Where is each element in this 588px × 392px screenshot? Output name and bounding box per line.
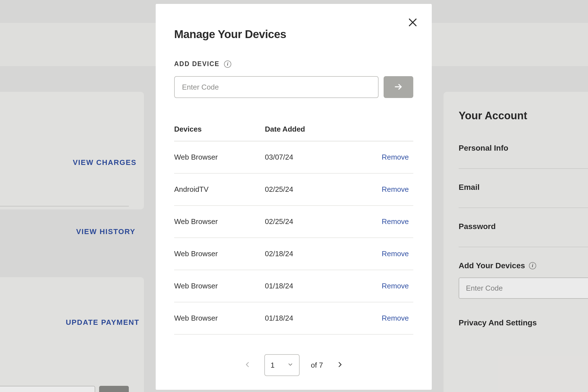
table-row: Web Browser02/25/24Remove	[174, 206, 413, 238]
remove-device-link[interactable]: Remove	[382, 153, 413, 162]
remove-device-link[interactable]: Remove	[382, 185, 413, 194]
device-name: Web Browser	[174, 314, 265, 323]
manage-devices-modal: Manage Your Devices ADD DEVICE i Devices…	[156, 4, 432, 390]
device-date-added: 01/18/24	[265, 314, 356, 323]
info-icon[interactable]: i	[224, 60, 231, 68]
table-row: Web Browser01/18/24Remove	[174, 302, 413, 335]
remove-device-link[interactable]: Remove	[382, 217, 413, 226]
submit-code-button[interactable]	[384, 76, 413, 98]
device-date-added: 03/07/24	[265, 153, 356, 162]
device-name: AndroidTV	[174, 185, 265, 194]
device-date-added: 01/18/24	[265, 282, 356, 290]
device-date-added: 02/25/24	[265, 217, 356, 226]
header-devices: Devices	[174, 125, 265, 134]
page-of-total: of 7	[311, 361, 323, 370]
table-row: Web Browser01/18/24Remove	[174, 270, 413, 302]
chevron-down-icon	[287, 361, 293, 370]
devices-table: Devices Date Added Web Browser03/07/24Re…	[174, 125, 413, 335]
chevron-left-icon	[244, 361, 251, 369]
device-name: Web Browser	[174, 217, 265, 226]
page-next-button[interactable]	[334, 360, 346, 371]
page-current: 1	[270, 361, 274, 370]
enter-code-input[interactable]	[174, 76, 379, 98]
header-date-added: Date Added	[265, 125, 356, 134]
device-name: Web Browser	[174, 153, 265, 162]
close-button[interactable]	[405, 15, 421, 31]
remove-device-link[interactable]: Remove	[382, 249, 413, 258]
remove-device-link[interactable]: Remove	[382, 314, 413, 323]
page-of-label: of	[311, 361, 317, 369]
device-date-added: 02/18/24	[265, 249, 356, 258]
chevron-right-icon	[336, 361, 344, 369]
modal-title: Manage Your Devices	[174, 28, 413, 41]
page-total: 7	[319, 361, 323, 369]
remove-device-link[interactable]: Remove	[382, 282, 413, 290]
device-date-added: 02/25/24	[265, 185, 356, 194]
arrow-right-icon	[394, 82, 403, 92]
table-row: Web Browser02/18/24Remove	[174, 238, 413, 270]
close-icon	[408, 17, 418, 29]
device-name: Web Browser	[174, 282, 265, 290]
page-select[interactable]: 1	[264, 354, 300, 376]
add-device-label: ADD DEVICE	[174, 60, 220, 68]
table-row: AndroidTV02/25/24Remove	[174, 174, 413, 206]
device-name: Web Browser	[174, 249, 265, 258]
pagination: 1 of 7	[174, 354, 413, 376]
page-prev-button[interactable]	[242, 360, 253, 371]
table-header-row: Devices Date Added	[174, 125, 413, 141]
table-row: Web Browser03/07/24Remove	[174, 141, 413, 174]
